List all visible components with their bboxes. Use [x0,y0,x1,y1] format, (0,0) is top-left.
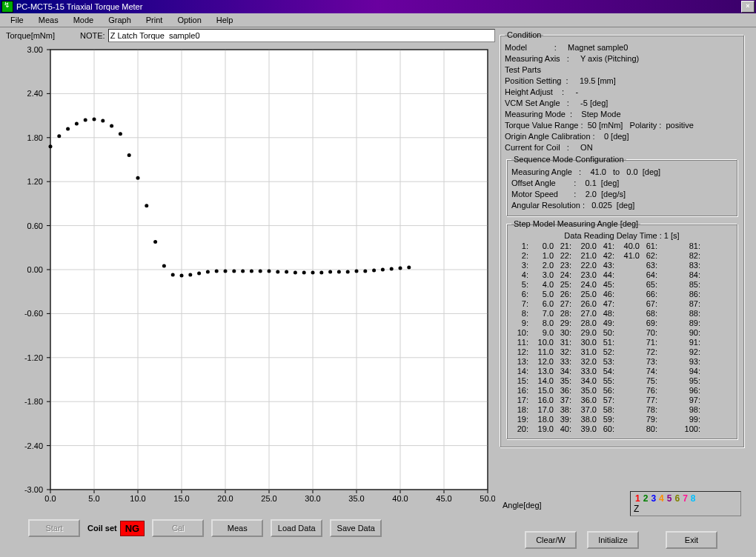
svg-text:50.0: 50.0 [480,494,495,503]
svg-point-91 [250,269,253,273]
menu-help[interactable]: Help [209,14,241,26]
series-legend: 12345678 Z [630,491,741,516]
note-input[interactable] [108,29,495,42]
app-icon [1,1,13,13]
initialize-button[interactable]: Initialize [587,531,639,549]
svg-point-104 [363,269,367,273]
svg-point-71 [75,121,79,125]
start-button[interactable]: Start [28,519,80,537]
exit-button[interactable]: Exit [666,531,717,549]
coil-status-badge: NG [120,521,145,536]
svg-point-88 [224,269,228,273]
svg-point-97 [302,270,306,274]
cal-button[interactable]: Cal [152,519,204,537]
svg-text:40.0: 40.0 [392,494,408,503]
step-model-legend: Step Model Measuring Angle [deg] [511,219,640,228]
svg-point-94 [276,270,279,273]
svg-text:1.80: 1.80 [27,133,43,142]
svg-point-92 [259,269,262,273]
step-table: 1:0.021:20.041:40.061:81:2:1.022:21.042:… [511,241,732,434]
svg-point-77 [127,153,131,157]
svg-text:1.20: 1.20 [27,177,43,186]
svg-point-68 [49,144,53,148]
close-icon[interactable]: × [741,1,755,13]
svg-point-83 [180,273,184,277]
svg-point-106 [381,268,385,272]
svg-point-107 [390,267,394,271]
condition-group: Condition Model : Magnet sample0 Measuri… [500,30,744,447]
svg-text:-0.60: -0.60 [24,309,43,318]
svg-point-96 [294,270,297,274]
coil-set-indicator: Coil set NG [87,521,145,536]
cond-range: Torque Value Range : 50 [mNm] Polarity :… [505,120,739,131]
svg-point-103 [355,269,359,273]
cond-model: Model : Magnet sample0 [505,42,739,53]
svg-point-101 [337,270,341,273]
svg-text:-2.40: -2.40 [24,441,43,450]
svg-point-95 [285,270,288,273]
svg-point-100 [328,270,332,273]
svg-text:0.60: 0.60 [27,221,43,230]
legend-series-label: Z [634,504,737,514]
menu-option[interactable]: Option [170,14,208,26]
cond-mode: Measuring Mode : Step Mode [505,109,739,120]
menu-meas[interactable]: Meas [31,14,66,26]
svg-text:15.0: 15.0 [173,494,189,503]
svg-text:35.0: 35.0 [348,494,364,503]
cond-axis: Measuring Axis : Y axis (Pitching) [505,53,739,64]
svg-point-85 [197,271,201,275]
step-model-group: Step Model Measuring Angle [deg] Data Re… [506,219,737,439]
svg-point-105 [372,268,376,272]
svg-text:20.0: 20.0 [217,494,233,503]
coil-set-label: Coil set [87,524,117,533]
menu-mode[interactable]: Mode [66,14,102,26]
svg-text:0.00: 0.00 [27,265,43,274]
menu-file[interactable]: File [3,14,31,26]
svg-text:-3.00: -3.00 [24,485,43,494]
menubar: File Meas Mode Graph Print Option Help [0,13,756,27]
svg-text:-1.20: -1.20 [24,353,43,362]
load-data-button[interactable]: Load Data [271,519,322,537]
svg-point-79 [145,204,148,207]
svg-text:10.0: 10.0 [130,494,145,503]
legend-numbers: 12345678 [634,493,737,504]
svg-point-76 [119,132,122,136]
svg-point-93 [268,269,271,273]
seq-offset: Offset Angle : 0.1 [deg] [511,178,732,189]
titlebar: PC-MCT5-15 Triaxial Torque Meter × [0,0,756,13]
seq-speed: Motor Speed : 2.0 [deg/s] [511,189,732,200]
cond-pos: Position Setting : 19.5 [mm] [505,76,739,87]
cond-vcm: VCM Set Angle : -5 [deg] [505,98,739,109]
svg-point-98 [311,270,315,274]
torque-chart: 0.05.010.015.020.025.030.035.040.045.050… [6,44,495,513]
svg-point-69 [57,134,61,138]
svg-text:30.0: 30.0 [305,494,320,503]
svg-point-89 [232,269,236,273]
save-data-button[interactable]: Save Data [330,519,382,537]
cond-height: Height Adjust : - [505,87,739,98]
svg-text:5.0: 5.0 [88,494,99,503]
svg-point-109 [407,266,411,270]
chart-area: 0.05.010.015.020.025.030.035.040.045.050… [6,44,495,513]
window-title: PC-MCT5-15 Triaxial Torque Meter [16,2,741,11]
menu-graph[interactable]: Graph [101,14,139,26]
svg-point-108 [399,267,402,270]
svg-point-84 [188,273,192,276]
svg-point-86 [206,270,210,273]
clear-button[interactable]: Clear/W [525,531,577,549]
menu-print[interactable]: Print [139,14,170,26]
svg-text:2.40: 2.40 [27,89,43,98]
meas-button[interactable]: Meas [211,519,263,537]
svg-text:0.0: 0.0 [44,494,56,503]
svg-point-80 [153,240,157,244]
svg-point-90 [241,269,245,273]
note-label: NOTE: [80,31,105,40]
svg-point-75 [110,124,113,127]
svg-point-102 [346,270,350,273]
angle-axis-label: Angle[deg] [503,501,542,510]
sequence-group: Sequence Mode Configuration Measuring An… [506,155,737,216]
cond-origin: Origin Angle Calibration : 0 [deg] [505,131,739,142]
svg-text:45.0: 45.0 [436,494,451,503]
svg-text:3.00: 3.00 [27,45,43,54]
sequence-legend: Sequence Mode Configuration [511,155,626,164]
